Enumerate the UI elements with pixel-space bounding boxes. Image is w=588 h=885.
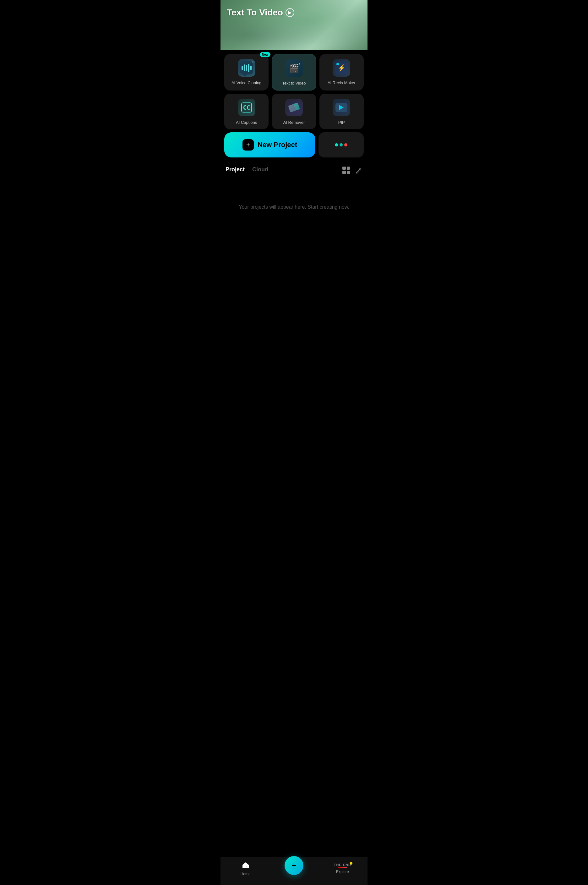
- home-icon: [241, 861, 250, 870]
- remover-inner: [287, 101, 301, 114]
- voice-icon-wrapper: ✦: [238, 59, 255, 77]
- lightning-icon: ⚡: [338, 64, 345, 72]
- bottom-nav: Home + THE END Explore: [220, 857, 368, 885]
- tab-cloud[interactable]: Cloud: [252, 166, 268, 174]
- hero-title-icon: ▶: [285, 8, 294, 17]
- tab-project[interactable]: Project: [225, 166, 244, 174]
- voice-bars: [242, 64, 252, 72]
- video-sparkle-icon: ✦: [298, 62, 301, 66]
- tool-label-pip: PIP: [338, 120, 345, 125]
- explore-logo-bar: [338, 867, 347, 868]
- video-pencil-icon: 🎬: [289, 63, 299, 73]
- explore-logo-text: THE END: [334, 863, 351, 867]
- tool-label-text-to-video: Text to Video: [282, 81, 306, 86]
- hero-arrow-icon: ▶: [288, 10, 291, 15]
- pip-inner: [335, 101, 348, 114]
- new-project-label: New Project: [258, 141, 297, 149]
- tabs-row: Project Cloud: [224, 162, 364, 178]
- explore-icon-wrapper: THE END: [334, 863, 351, 868]
- new-project-plus-icon: +: [243, 139, 254, 150]
- nav-item-home[interactable]: Home: [235, 861, 256, 876]
- tool-card-pip[interactable]: PIP: [320, 94, 364, 129]
- tool-card-text-to-video[interactable]: 🎬 ✦ Text to Video: [272, 54, 316, 90]
- grid-dot-1: [342, 167, 346, 170]
- tool-label-voice-cloning: AI Voice Cloning: [231, 80, 261, 86]
- nav-home-label: Home: [241, 872, 250, 876]
- nav-item-explore[interactable]: THE END Explore: [332, 863, 353, 874]
- voice-bar-2: [244, 65, 245, 71]
- reels-icon-wrapper: ⚡: [333, 59, 350, 77]
- grid-dot-3: [342, 171, 346, 174]
- nav-explore-label: Explore: [336, 870, 349, 874]
- pip-icon-inner: [336, 103, 347, 112]
- pip-icon-wrapper: [333, 99, 350, 116]
- tool-label-captions: AI Captions: [236, 120, 257, 125]
- explore-logo: THE END: [334, 863, 351, 868]
- grid-view-button[interactable]: [342, 167, 350, 174]
- tool-label-remover: AI Remover: [284, 120, 305, 125]
- nav-create-button[interactable]: +: [285, 856, 303, 875]
- more-dot-3: [344, 143, 347, 146]
- tabs-right: [342, 167, 363, 174]
- empty-state-text: Your projects will appear here. Start cr…: [239, 204, 349, 210]
- reels-inner: ⚡: [335, 61, 348, 75]
- tabs-left: Project Cloud: [225, 166, 268, 174]
- tool-card-ai-voice-cloning[interactable]: New ✦ AI Voice Cloning: [224, 54, 268, 90]
- empty-state: Your projects will appear here. Start cr…: [224, 178, 364, 236]
- new-badge: New: [260, 52, 271, 57]
- svg-rect-1: [244, 867, 247, 868]
- remover-icon-wrapper: [285, 99, 303, 116]
- edit-button[interactable]: [355, 167, 363, 174]
- action-row: + New Project: [224, 132, 364, 162]
- svg-rect-0: [359, 168, 361, 170]
- new-project-button[interactable]: + New Project: [224, 132, 315, 158]
- tool-grid: New ✦ AI Voice Cloning: [224, 50, 364, 132]
- hero-banner: Text To Video ▶: [220, 0, 368, 50]
- tool-card-ai-remover[interactable]: AI Remover: [272, 94, 316, 129]
- tool-card-ai-captions[interactable]: CC AI Captions: [224, 94, 268, 129]
- explore-notification-dot: [350, 862, 352, 865]
- tool-card-ai-reels-maker[interactable]: ⚡ AI Reels Maker: [320, 54, 364, 90]
- hero-title-text: Text To Video: [227, 8, 283, 18]
- hero-title: Text To Video ▶: [227, 8, 294, 18]
- more-dot-2: [339, 143, 343, 146]
- tool-label-reels-maker: AI Reels Maker: [328, 80, 356, 86]
- cc-icon: CC: [241, 102, 252, 113]
- captions-inner: CC: [240, 101, 253, 114]
- nav-spacer: [224, 236, 364, 267]
- speech-bubble-tail: [243, 75, 247, 77]
- voice-bar-4: [248, 64, 249, 72]
- voice-bar-1: [242, 66, 243, 70]
- more-button[interactable]: [318, 132, 364, 158]
- nav-create-plus-icon: +: [291, 861, 297, 870]
- video-icon-wrapper: 🎬 ✦: [285, 59, 303, 77]
- voice-bar-5: [250, 66, 252, 70]
- more-dot-1: [335, 143, 338, 146]
- eraser-icon: [288, 102, 300, 113]
- video-icon-inner: 🎬 ✦: [289, 63, 299, 73]
- grid-dot-2: [347, 167, 350, 170]
- pip-play-icon: [339, 105, 344, 110]
- captions-icon-wrapper: CC: [238, 99, 255, 116]
- main-content: New ✦ AI Voice Cloning: [220, 50, 368, 267]
- voice-bar-3: [246, 65, 247, 71]
- grid-dot-4: [347, 171, 350, 174]
